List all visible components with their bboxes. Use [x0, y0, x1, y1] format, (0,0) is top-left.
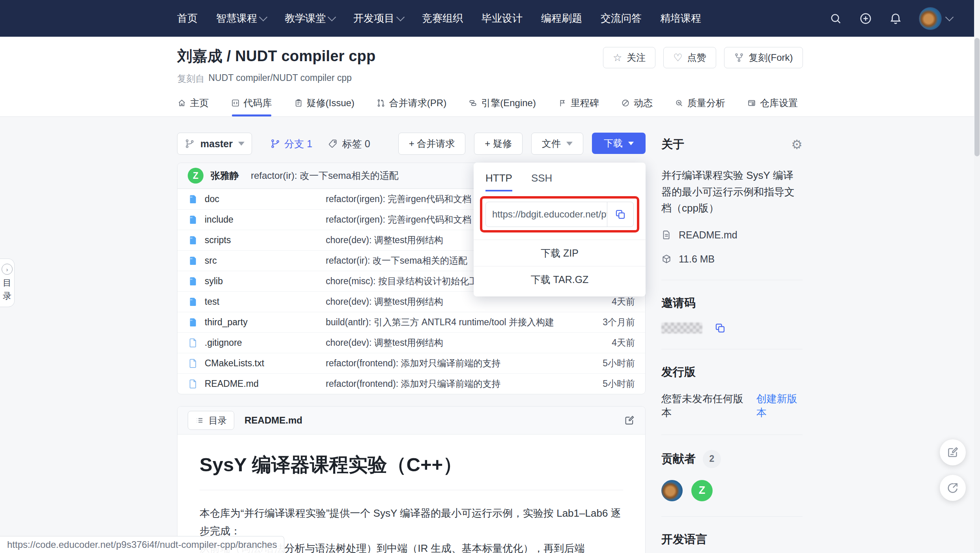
- file-icon: [188, 358, 198, 369]
- about-heading: 关于 ⚙: [661, 137, 803, 152]
- heart-icon: ♡: [673, 52, 682, 63]
- nav-item-qa[interactable]: 交流问答: [601, 11, 642, 25]
- table-row[interactable]: third_party build(antlr): 引入第三方 ANTLR4 r…: [177, 312, 645, 332]
- repo-size: 11.6 MB: [661, 253, 803, 265]
- chevron-down-icon: [259, 13, 267, 21]
- commit-message-link[interactable]: chore(dev): 调整test用例结构: [326, 337, 572, 349]
- new-issue-button[interactable]: + 疑修: [474, 133, 523, 155]
- bell-icon[interactable]: [889, 12, 902, 25]
- toc-button[interactable]: 目录: [188, 411, 234, 430]
- forked-from-label: 复刻自: [177, 73, 205, 85]
- repo-actions: ☆ 关注 ♡ 点赞 复刻(Fork): [603, 47, 803, 68]
- tab-quality[interactable]: 质量分析: [675, 97, 725, 116]
- create-release-link[interactable]: 创建新版本: [756, 392, 803, 420]
- download-zip-item[interactable]: 下载 ZIP: [474, 240, 646, 266]
- forked-from-path[interactable]: NUDT compiler/NUDT compiler cpp: [209, 73, 352, 85]
- nav-item-training[interactable]: 精培课程: [660, 11, 701, 25]
- table-row[interactable]: .gitignore chore(dev): 调整test用例结构 4天前: [177, 332, 645, 353]
- tab-pull-requests[interactable]: 合并请求(PR): [377, 97, 446, 116]
- languages-heading: 开发语言: [661, 532, 803, 547]
- home-icon: [177, 99, 186, 107]
- commit-author[interactable]: 张雅静: [211, 169, 239, 182]
- nav-item-home[interactable]: 首页: [177, 11, 198, 25]
- divider: [661, 435, 803, 435]
- nav-item-teaching[interactable]: 教学课堂: [285, 11, 335, 25]
- tab-code[interactable]: 代码库: [231, 97, 272, 116]
- tag-icon: [328, 139, 338, 149]
- table-row[interactable]: CMakeLists.txt refactor(frontend): 添加对只编…: [177, 353, 645, 373]
- tab-activity[interactable]: 动态: [621, 97, 653, 116]
- nav-item-smart-courses[interactable]: 智慧课程: [216, 11, 266, 25]
- user-menu[interactable]: [919, 7, 952, 30]
- nav-item-graduation[interactable]: 毕业设计: [482, 11, 523, 25]
- share-button[interactable]: [940, 475, 966, 501]
- fork-button[interactable]: 复刻(Fork): [724, 47, 803, 68]
- current-branch: master: [200, 138, 233, 150]
- edit-icon[interactable]: [624, 415, 635, 426]
- file-menu-button[interactable]: 文件: [531, 133, 583, 155]
- tab-engine[interactable]: 引擎(Engine): [469, 97, 536, 116]
- invite-heading: 邀请码: [661, 295, 803, 311]
- branches-link[interactable]: 分支 1: [270, 137, 312, 150]
- tab-milestones[interactable]: 里程碑: [558, 97, 599, 116]
- scrollbar-thumb[interactable]: [974, 38, 980, 156]
- tags-link[interactable]: 标签 0: [328, 137, 370, 150]
- chevron-down-icon: [328, 13, 336, 21]
- download-button[interactable]: 下载: [592, 133, 646, 154]
- commit-message-link[interactable]: refactor(frontend): 添加对只编译前端的支持: [326, 357, 572, 369]
- commit-time: 3个月前: [572, 316, 635, 328]
- commit-message-link[interactable]: build(antlr): 引入第三方 ANTLR4 runtime/tool …: [326, 316, 572, 328]
- copy-icon[interactable]: [714, 322, 726, 334]
- toc-side-tab-label-2: 录: [3, 291, 11, 301]
- readme-link[interactable]: README.md: [661, 229, 803, 241]
- commit-message[interactable]: refactor(ir): 改一下sema相关的适配: [251, 169, 399, 182]
- content: master 分支 1 标签 0 + 合并请求 + 疑修: [177, 133, 803, 553]
- download-tab-ssh[interactable]: SSH: [531, 172, 552, 191]
- commit-author-avatar: Z: [188, 168, 203, 184]
- download-targz-item[interactable]: 下载 TAR.GZ: [474, 266, 646, 292]
- toc-side-tab[interactable]: › 目 录: [0, 259, 15, 307]
- tab-settings[interactable]: 仓库设置: [747, 97, 798, 116]
- scrollbar[interactable]: [974, 0, 980, 553]
- contributor-avatar[interactable]: [661, 480, 683, 501]
- tab-issues[interactable]: 疑修(Issue): [294, 97, 355, 116]
- commit-message-link[interactable]: refactor(frontend): 添加对只编译前端的支持: [326, 378, 572, 390]
- clone-url-input[interactable]: https://bdgit.educoder.net/p9s376i4: [486, 202, 607, 227]
- feedback-button[interactable]: [940, 439, 966, 465]
- download-tab-http[interactable]: HTTP: [485, 172, 512, 191]
- commit-time: 4天前: [572, 296, 635, 308]
- nav-item-dev-projects[interactable]: 开发项目: [353, 11, 403, 25]
- folder-icon: [188, 235, 198, 246]
- download-dropdown: HTTP SSH https://bdgit.educoder.net/p9s3…: [474, 163, 646, 296]
- chevron-down-icon: [396, 13, 405, 21]
- copy-url-button[interactable]: [607, 202, 633, 227]
- package-icon: [661, 254, 672, 264]
- plus-circle-icon[interactable]: [859, 12, 872, 25]
- new-merge-request-button[interactable]: + 合并请求: [398, 133, 466, 155]
- nav-items: 首页 智慧课程 教学课堂 开发项目 竞赛组织 毕业设计 编程刷题 交流问答 精培…: [177, 11, 701, 25]
- commit-message-link[interactable]: chore(dev): 调整test用例结构: [326, 296, 572, 308]
- releases-empty-text: 您暂未发布任何版本: [661, 392, 745, 420]
- commit-time: 5小时前: [572, 357, 635, 369]
- readme-title: SysY 编译器课程实验（C++）: [200, 452, 623, 490]
- page: 首页 智慧课程 教学课堂 开发项目 竞赛组织 毕业设计 编程刷题 交流问答 精培…: [0, 0, 980, 553]
- branch-selector[interactable]: master: [177, 133, 252, 155]
- repo-settings-icon: [747, 99, 756, 107]
- folder-icon: [188, 194, 198, 204]
- like-button[interactable]: ♡ 点赞: [663, 47, 716, 68]
- nav-item-coding-practice[interactable]: 编程刷题: [541, 11, 582, 25]
- forked-from: 复刻自 NUDT compiler/NUDT compiler cpp: [177, 73, 803, 85]
- gear-icon[interactable]: ⚙: [791, 137, 803, 152]
- activity-icon: [621, 99, 630, 107]
- table-row[interactable]: README.md refactor(frontend): 添加对只编译前端的支…: [177, 373, 645, 394]
- contributor-avatar[interactable]: Z: [691, 480, 713, 501]
- tab-home[interactable]: 主页: [177, 97, 209, 116]
- document-icon: [661, 230, 672, 240]
- fork-icon: [734, 52, 744, 63]
- readme-header: 目录 README.md: [177, 407, 645, 435]
- search-icon[interactable]: [829, 12, 842, 25]
- watch-button[interactable]: ☆ 关注: [603, 47, 655, 68]
- divider: [661, 349, 803, 349]
- folder-icon: [188, 255, 198, 266]
- nav-item-competitions[interactable]: 竞赛组织: [422, 11, 463, 25]
